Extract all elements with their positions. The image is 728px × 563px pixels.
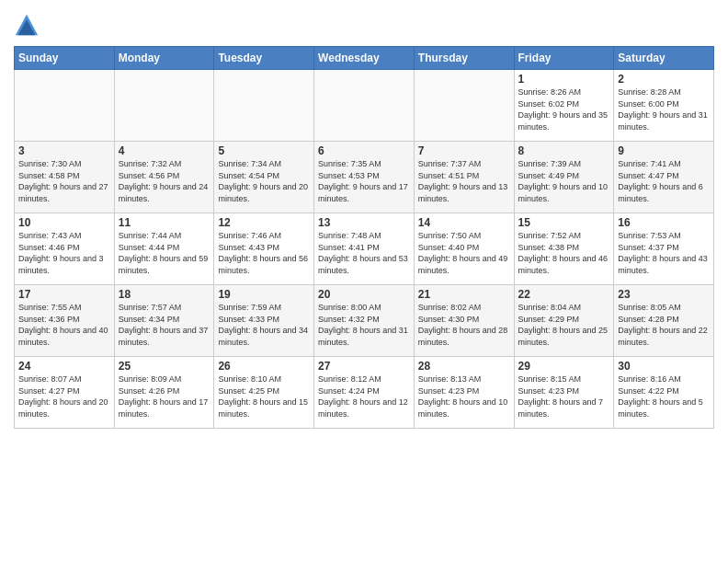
day-number: 29 (518, 360, 610, 373)
day-number: 24 (18, 360, 110, 373)
calendar-cell: 1Sunrise: 8:26 AM Sunset: 6:02 PM Daylig… (514, 70, 614, 142)
day-info: Sunrise: 8:00 AM Sunset: 4:32 PM Dayligh… (318, 302, 410, 348)
day-info: Sunrise: 7:50 AM Sunset: 4:40 PM Dayligh… (418, 230, 510, 276)
calendar-cell: 25Sunrise: 8:09 AM Sunset: 4:26 PM Dayli… (114, 357, 214, 429)
calendar-cell: 17Sunrise: 7:55 AM Sunset: 4:36 PM Dayli… (15, 285, 115, 357)
calendar-cell: 10Sunrise: 7:43 AM Sunset: 4:46 PM Dayli… (15, 213, 115, 285)
day-info: Sunrise: 7:55 AM Sunset: 4:36 PM Dayligh… (18, 302, 110, 348)
day-number: 17 (18, 288, 110, 301)
day-number: 16 (618, 216, 710, 229)
day-info: Sunrise: 7:48 AM Sunset: 4:41 PM Dayligh… (318, 230, 410, 276)
day-number: 23 (618, 288, 710, 301)
day-number: 20 (318, 288, 410, 301)
day-info: Sunrise: 8:02 AM Sunset: 4:30 PM Dayligh… (418, 302, 510, 348)
day-info: Sunrise: 7:57 AM Sunset: 4:34 PM Dayligh… (119, 302, 210, 348)
header-day: Saturday (614, 47, 714, 70)
calendar-cell (15, 70, 115, 142)
logo-icon (14, 13, 40, 39)
day-number: 27 (318, 360, 410, 373)
calendar-cell: 8Sunrise: 7:39 AM Sunset: 4:49 PM Daylig… (514, 142, 614, 213)
header-day: Monday (114, 47, 214, 70)
calendar-cell: 29Sunrise: 8:15 AM Sunset: 4:23 PM Dayli… (514, 357, 614, 429)
day-number: 6 (318, 144, 410, 157)
logo (14, 13, 41, 39)
calendar-cell: 11Sunrise: 7:44 AM Sunset: 4:44 PM Dayli… (114, 213, 214, 285)
day-info: Sunrise: 8:13 AM Sunset: 4:23 PM Dayligh… (418, 373, 510, 419)
day-number: 14 (418, 216, 510, 229)
day-info: Sunrise: 8:12 AM Sunset: 4:24 PM Dayligh… (318, 373, 410, 419)
day-number: 2 (618, 73, 710, 86)
header-day: Tuesday (214, 47, 314, 70)
day-info: Sunrise: 7:41 AM Sunset: 4:47 PM Dayligh… (618, 158, 710, 204)
day-info: Sunrise: 7:53 AM Sunset: 4:37 PM Dayligh… (618, 230, 710, 276)
calendar-cell: 3Sunrise: 7:30 AM Sunset: 4:58 PM Daylig… (15, 142, 115, 213)
day-info: Sunrise: 7:34 AM Sunset: 4:54 PM Dayligh… (218, 158, 310, 204)
calendar-cell: 24Sunrise: 8:07 AM Sunset: 4:27 PM Dayli… (15, 357, 115, 429)
day-info: Sunrise: 7:32 AM Sunset: 4:56 PM Dayligh… (119, 158, 210, 204)
day-info: Sunrise: 8:04 AM Sunset: 4:29 PM Dayligh… (518, 302, 610, 348)
calendar-week: 24Sunrise: 8:07 AM Sunset: 4:27 PM Dayli… (15, 357, 714, 429)
calendar-cell: 27Sunrise: 8:12 AM Sunset: 4:24 PM Dayli… (314, 357, 415, 429)
header (14, 9, 714, 39)
calendar-cell (314, 70, 415, 142)
day-info: Sunrise: 8:10 AM Sunset: 4:25 PM Dayligh… (218, 373, 310, 419)
day-info: Sunrise: 7:39 AM Sunset: 4:49 PM Dayligh… (518, 158, 610, 204)
calendar-cell: 13Sunrise: 7:48 AM Sunset: 4:41 PM Dayli… (314, 213, 415, 285)
calendar-cell: 15Sunrise: 7:52 AM Sunset: 4:38 PM Dayli… (514, 213, 614, 285)
day-number: 3 (18, 144, 110, 157)
calendar-cell: 6Sunrise: 7:35 AM Sunset: 4:53 PM Daylig… (314, 142, 415, 213)
header-day: Friday (514, 47, 614, 70)
day-info: Sunrise: 7:59 AM Sunset: 4:33 PM Dayligh… (218, 302, 310, 348)
day-info: Sunrise: 7:46 AM Sunset: 4:43 PM Dayligh… (218, 230, 310, 276)
calendar-week: 10Sunrise: 7:43 AM Sunset: 4:46 PM Dayli… (15, 213, 714, 285)
day-number: 19 (218, 288, 310, 301)
calendar-cell: 21Sunrise: 8:02 AM Sunset: 4:30 PM Dayli… (414, 285, 514, 357)
day-info: Sunrise: 7:43 AM Sunset: 4:46 PM Dayligh… (18, 230, 110, 276)
calendar-cell: 19Sunrise: 7:59 AM Sunset: 4:33 PM Dayli… (214, 285, 314, 357)
day-info: Sunrise: 8:28 AM Sunset: 6:00 PM Dayligh… (618, 86, 710, 132)
day-number: 26 (218, 360, 310, 373)
day-number: 11 (119, 216, 210, 229)
day-info: Sunrise: 7:35 AM Sunset: 4:53 PM Dayligh… (318, 158, 410, 204)
calendar-cell (114, 70, 214, 142)
calendar-cell: 16Sunrise: 7:53 AM Sunset: 4:37 PM Dayli… (614, 213, 714, 285)
day-number: 25 (119, 360, 210, 373)
calendar-cell: 9Sunrise: 7:41 AM Sunset: 4:47 PM Daylig… (614, 142, 714, 213)
calendar-table: SundayMondayTuesdayWednesdayThursdayFrid… (14, 46, 714, 429)
calendar-cell: 5Sunrise: 7:34 AM Sunset: 4:54 PM Daylig… (214, 142, 314, 213)
calendar-cell: 20Sunrise: 8:00 AM Sunset: 4:32 PM Dayli… (314, 285, 415, 357)
page-container: SundayMondayTuesdayWednesdayThursdayFrid… (0, 0, 728, 433)
calendar-cell: 28Sunrise: 8:13 AM Sunset: 4:23 PM Dayli… (414, 357, 514, 429)
day-number: 13 (318, 216, 410, 229)
calendar-cell: 22Sunrise: 8:04 AM Sunset: 4:29 PM Dayli… (514, 285, 614, 357)
calendar-cell: 14Sunrise: 7:50 AM Sunset: 4:40 PM Dayli… (414, 213, 514, 285)
header-day: Wednesday (314, 47, 415, 70)
day-info: Sunrise: 8:07 AM Sunset: 4:27 PM Dayligh… (18, 373, 110, 419)
day-number: 18 (119, 288, 210, 301)
calendar-cell: 4Sunrise: 7:32 AM Sunset: 4:56 PM Daylig… (114, 142, 214, 213)
day-info: Sunrise: 8:09 AM Sunset: 4:26 PM Dayligh… (119, 373, 210, 419)
day-info: Sunrise: 7:52 AM Sunset: 4:38 PM Dayligh… (518, 230, 610, 276)
header-day: Sunday (15, 47, 115, 70)
calendar-week: 1Sunrise: 8:26 AM Sunset: 6:02 PM Daylig… (15, 70, 714, 142)
day-number: 1 (518, 73, 610, 86)
calendar-cell: 26Sunrise: 8:10 AM Sunset: 4:25 PM Dayli… (214, 357, 314, 429)
day-number: 9 (618, 144, 710, 157)
day-number: 8 (518, 144, 610, 157)
day-info: Sunrise: 8:16 AM Sunset: 4:22 PM Dayligh… (618, 373, 710, 419)
day-info: Sunrise: 8:05 AM Sunset: 4:28 PM Dayligh… (618, 302, 710, 348)
day-number: 5 (218, 144, 310, 157)
calendar-cell (214, 70, 314, 142)
calendar-week: 17Sunrise: 7:55 AM Sunset: 4:36 PM Dayli… (15, 285, 714, 357)
day-number: 10 (18, 216, 110, 229)
day-number: 7 (418, 144, 510, 157)
calendar-cell: 2Sunrise: 8:28 AM Sunset: 6:00 PM Daylig… (614, 70, 714, 142)
header-day: Thursday (414, 47, 514, 70)
calendar-cell: 7Sunrise: 7:37 AM Sunset: 4:51 PM Daylig… (414, 142, 514, 213)
day-number: 28 (418, 360, 510, 373)
calendar-cell: 12Sunrise: 7:46 AM Sunset: 4:43 PM Dayli… (214, 213, 314, 285)
day-info: Sunrise: 8:26 AM Sunset: 6:02 PM Dayligh… (518, 86, 610, 132)
day-info: Sunrise: 7:44 AM Sunset: 4:44 PM Dayligh… (119, 230, 210, 276)
day-number: 21 (418, 288, 510, 301)
calendar-cell: 30Sunrise: 8:16 AM Sunset: 4:22 PM Dayli… (614, 357, 714, 429)
